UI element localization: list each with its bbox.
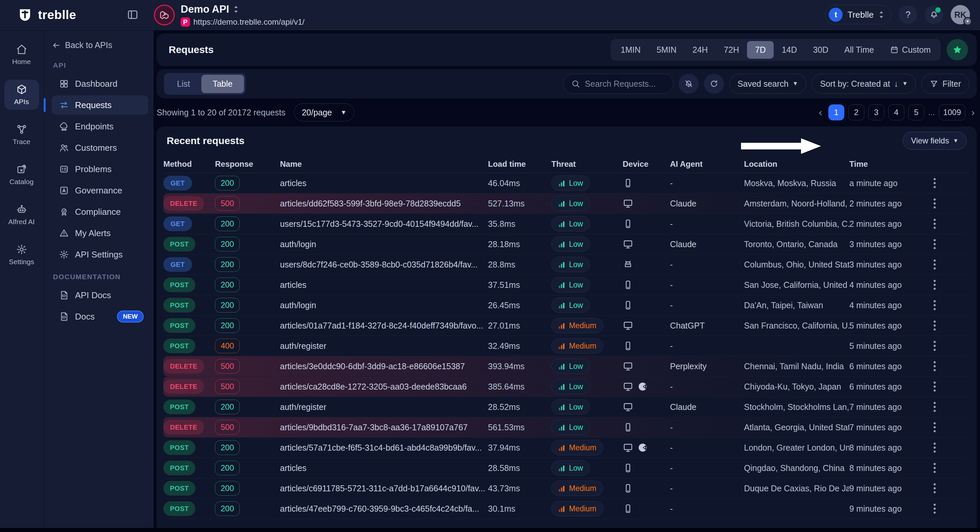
sort-button[interactable]: Sort by: Created at ↓ ▼ (812, 74, 916, 94)
row-menu-button[interactable] (933, 218, 970, 229)
api-title[interactable]: Demo API (181, 3, 229, 15)
response-cell: 200 (215, 176, 280, 190)
table-row[interactable]: POST200articles/c6911785-5721-311c-a7dd-… (163, 478, 970, 499)
rail-item-catalog[interactable]: Catalog (4, 160, 39, 190)
chevron-right-icon[interactable]: › (969, 107, 977, 118)
table-row[interactable]: GET200users/15c177d3-5473-3527-9cd0-4015… (163, 214, 970, 234)
chevron-left-icon[interactable]: ‹ (817, 107, 824, 118)
sidebar-item-compliance[interactable]: Compliance (52, 202, 148, 221)
table-row[interactable]: POST200articles37.51msLow-San Jose, Cali… (163, 275, 970, 295)
rail-item-alfred-ai[interactable]: Alfred AI (4, 200, 39, 230)
row-menu-button[interactable] (933, 177, 970, 189)
table-row[interactable]: POST200articles/47eeb799-c760-3959-9bc3-… (163, 499, 970, 519)
back-to-apis[interactable]: Back to APIs (52, 40, 148, 50)
row-menu-button[interactable] (933, 401, 970, 413)
request-name: articles/47eeb799-c760-3959-9bc3-c465fc4… (280, 504, 488, 514)
rail-item-trace[interactable]: Trace (4, 120, 39, 150)
time-range-14d[interactable]: 14D (774, 41, 805, 59)
view-toggle-table[interactable]: Table (201, 75, 244, 93)
refresh-button[interactable] (704, 74, 724, 94)
favorite-button[interactable] (947, 39, 968, 61)
time-range-24h[interactable]: 24H (684, 41, 716, 59)
sidebar-item-requests[interactable]: Requests (52, 96, 148, 115)
page-button-1[interactable]: 1 (828, 104, 844, 120)
sidebar-item-problems[interactable]: Problems (52, 159, 148, 179)
table-row[interactable]: DELETE500articles/3e0ddc90-6dbf-3dd9-ac1… (163, 356, 970, 377)
workspace-switcher[interactable]: t Treblle (825, 5, 891, 24)
table-row[interactable]: DELETE500articles/9bdbd316-7aa7-3bc8-aa3… (163, 417, 970, 438)
table-row[interactable]: POST200articles28.58msLow-Qingdao, Shand… (163, 458, 970, 478)
row-menu-button[interactable] (933, 422, 970, 433)
view-toggle-list[interactable]: List (165, 75, 201, 93)
time-range-custom[interactable]: Custom (882, 41, 939, 59)
status-badge: 500 (215, 359, 240, 374)
row-menu-button[interactable] (933, 503, 970, 514)
page-button-3[interactable]: 3 (868, 104, 885, 120)
brand-logo[interactable]: treblle (18, 7, 76, 23)
user-avatar[interactable]: RK ▼ (951, 5, 970, 24)
table-row[interactable]: POST200articles/01a77ad1-f184-327d-8c24-… (163, 315, 970, 336)
page-button-2[interactable]: 2 (848, 104, 864, 120)
page-button-1009[interactable]: 1009 (939, 104, 965, 120)
table-row[interactable]: DELETE500articles/ca28cd8e-1272-3205-aa0… (163, 377, 970, 397)
sidebar-item-api-docs[interactable]: API Docs (52, 285, 148, 305)
time-range-72h[interactable]: 72H (716, 41, 747, 59)
table-row[interactable]: POST200articles/57a71cbe-f6f5-31c4-bd61-… (163, 438, 970, 458)
row-menu-button[interactable] (933, 442, 970, 453)
row-menu-button[interactable] (933, 360, 970, 372)
time-range-all-time[interactable]: All Time (836, 41, 882, 59)
time-range-5min[interactable]: 5MIN (649, 41, 685, 59)
threat-badge: Low (551, 236, 590, 252)
table-row[interactable]: POST400auth/register32.49msMedium-5 minu… (163, 336, 970, 356)
sidebar-item-governance[interactable]: Governance (52, 181, 148, 200)
search-box[interactable] (563, 74, 673, 94)
api-switcher-icon[interactable] (233, 5, 239, 14)
sidebar-item-label: Governance (75, 185, 123, 196)
sidebar-item-customers[interactable]: Customers (52, 138, 148, 158)
saved-search-button[interactable]: Saved search ▼ (729, 74, 807, 94)
table-row[interactable]: GET200articles46.04msLow-Moskva, Moskva,… (163, 173, 970, 193)
notifications-button[interactable] (925, 5, 943, 24)
row-menu-button[interactable] (933, 259, 970, 270)
table-row[interactable]: POST200auth/login28.18msLowClaudeToronto… (163, 234, 970, 255)
sidebar-item-docs[interactable]: DocsNEW (52, 307, 148, 326)
rail-item-settings[interactable]: Settings (4, 240, 39, 270)
threat-badge: Medium (551, 338, 603, 354)
page-button-5[interactable]: 5 (908, 104, 924, 120)
sidebar-item-my-alerts[interactable]: My Alerts (52, 223, 148, 243)
method-badge: POST (163, 277, 195, 292)
method-cell: GET (163, 217, 215, 231)
row-menu-button[interactable] (933, 239, 970, 250)
api-avatar[interactable] (154, 5, 175, 25)
sidebar-item-endpoints[interactable]: Endpoints (52, 117, 148, 136)
time-range-7d[interactable]: 7D (747, 41, 774, 59)
row-menu-button[interactable] (933, 299, 970, 311)
table-row[interactable]: GET200users/8dc7f246-ce0b-3589-8cb0-c035… (163, 255, 970, 275)
filter-button[interactable]: Filter (921, 74, 969, 94)
page-button-4[interactable]: 4 (888, 104, 904, 120)
view-fields-button[interactable]: View fields ▼ (903, 132, 967, 150)
page-size-select[interactable]: 20/page ▼ (294, 104, 354, 121)
rail-item-home[interactable]: Home (4, 40, 39, 70)
method-cell: POST (163, 277, 215, 292)
rail-item-apis[interactable]: APIs (4, 80, 39, 110)
table-row[interactable]: DELETE500articles/dd62f583-599f-3bfd-98e… (163, 193, 970, 214)
row-menu-button[interactable] (933, 320, 970, 331)
row-menu-button[interactable] (933, 279, 970, 290)
mute-alerts-button[interactable] (679, 74, 698, 94)
table-row[interactable]: POST200auth/login26.45msLow-Da'An, Taipe… (163, 295, 970, 315)
time-range-30d[interactable]: 30D (805, 41, 836, 59)
row-menu-button[interactable] (933, 198, 970, 209)
search-input[interactable] (585, 79, 666, 89)
row-menu-button[interactable] (933, 381, 970, 392)
sidebar-item-dashboard[interactable]: Dashboard (52, 74, 148, 93)
load-time: 46.04ms (488, 178, 551, 188)
row-menu-button[interactable] (933, 462, 970, 474)
row-menu-button[interactable] (933, 483, 970, 494)
sidebar-collapse-icon[interactable] (127, 9, 139, 21)
sidebar-item-api-settings[interactable]: API Settings (52, 245, 148, 264)
row-menu-button[interactable] (933, 340, 970, 352)
time-range-1min[interactable]: 1MIN (612, 41, 649, 59)
help-button[interactable]: ? (899, 5, 917, 24)
table-row[interactable]: POST200auth/register28.52msLowClaudeStoc… (163, 397, 970, 417)
